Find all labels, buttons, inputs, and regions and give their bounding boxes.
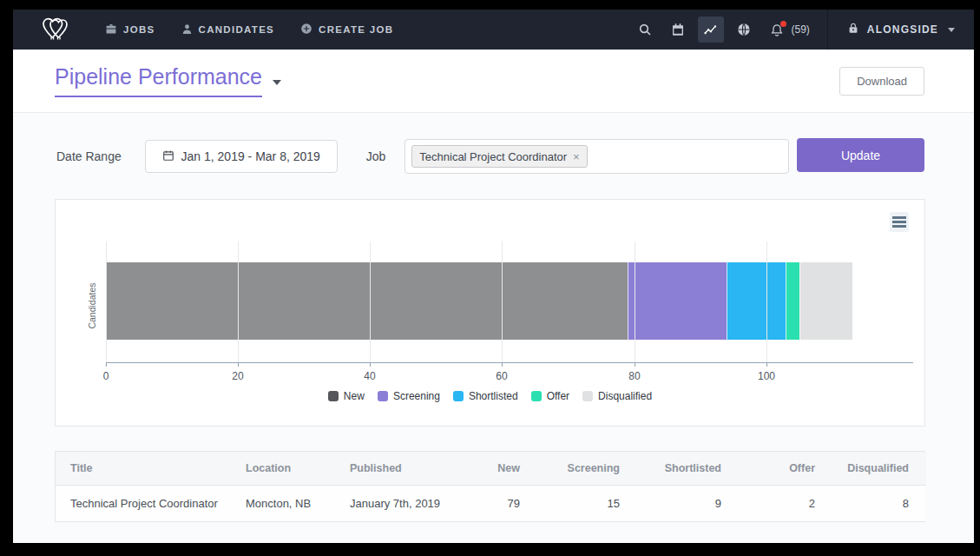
col-shortlisted: Shortlisted bbox=[637, 452, 739, 485]
axis-tick bbox=[766, 363, 767, 367]
download-button[interactable]: Download bbox=[839, 67, 924, 96]
gridline bbox=[370, 242, 371, 362]
plus-circle-icon bbox=[300, 23, 312, 36]
brand-logo[interactable] bbox=[39, 15, 72, 44]
notification-dot bbox=[780, 21, 786, 27]
axis-tick-label: 20 bbox=[232, 370, 243, 382]
account-label: ALONGSIDE bbox=[867, 23, 938, 36]
legend-label: Offer bbox=[547, 390, 569, 402]
col-title: Title bbox=[56, 452, 231, 485]
cell-screening: 15 bbox=[537, 485, 637, 521]
cell-published: January 7th, 2019 bbox=[335, 485, 474, 521]
col-offer: Offer bbox=[739, 452, 832, 485]
cell-disqualified: 8 bbox=[832, 485, 926, 521]
legend-swatch bbox=[582, 391, 593, 401]
report-title-dropdown[interactable]: Pipeline Performance bbox=[55, 64, 281, 97]
search-icon[interactable] bbox=[632, 17, 658, 43]
date-range-label: Date Range bbox=[56, 149, 122, 163]
bar-segment-new[interactable] bbox=[106, 262, 628, 340]
nav-jobs-label: JOBS bbox=[123, 24, 155, 35]
nav-create-job[interactable]: CREATE JOB bbox=[300, 23, 393, 36]
table-header-row: Title Location Published New Screening S… bbox=[56, 452, 926, 485]
axis-tick-label: 40 bbox=[364, 370, 375, 382]
chart-menu-icon[interactable] bbox=[890, 212, 909, 232]
table-row: Technical Project Coordinator Moncton, N… bbox=[56, 485, 926, 521]
navbar: JOBS CANDIDATES CREATE JOB bbox=[13, 10, 974, 50]
briefcase-icon bbox=[105, 23, 117, 36]
notification-count[interactable]: (59) bbox=[792, 23, 810, 36]
job-tag: Technical Project Coordinator × bbox=[411, 145, 587, 168]
nav-candidates[interactable]: CANDIDATES bbox=[181, 23, 275, 36]
cell-new: 79 bbox=[474, 485, 537, 521]
chart-legend: NewScreeningShortlistedOfferDisqualified bbox=[56, 390, 924, 402]
job-label: Job bbox=[366, 149, 386, 163]
axis-tick-label: 80 bbox=[628, 370, 640, 382]
axis-tick-label: 60 bbox=[496, 370, 507, 382]
hearts-logo-icon bbox=[39, 15, 72, 44]
legend-item-disqualified[interactable]: Disqualified bbox=[582, 390, 652, 402]
cell-title: Technical Project Coordinator bbox=[56, 485, 231, 521]
job-tag-label: Technical Project Coordinator bbox=[419, 150, 567, 163]
gridline bbox=[635, 242, 635, 362]
remove-tag-icon[interactable]: × bbox=[573, 151, 580, 162]
cell-shortlisted: 9 bbox=[637, 485, 739, 521]
legend-item-screening[interactable]: Screening bbox=[378, 390, 440, 402]
axis-tick-label: 100 bbox=[758, 370, 775, 382]
globe-icon[interactable] bbox=[731, 17, 757, 43]
legend-label: Screening bbox=[393, 390, 440, 402]
account-menu[interactable]: ALONGSIDE bbox=[847, 22, 955, 37]
col-published: Published bbox=[335, 452, 474, 485]
app-window: JOBS CANDIDATES CREATE JOB bbox=[13, 10, 974, 543]
date-range-input[interactable]: Jan 1, 2019 - Mar 8, 2019 bbox=[145, 140, 338, 173]
col-disqualified: Disqualified bbox=[832, 452, 926, 485]
stacked-bar bbox=[106, 262, 911, 340]
pipeline-table: Title Location Published New Screening S… bbox=[56, 452, 926, 521]
caret-down-icon bbox=[273, 80, 281, 85]
page-header: Pipeline Performance Download bbox=[13, 50, 974, 113]
chevron-down-icon bbox=[948, 28, 955, 32]
axis-tick bbox=[502, 363, 503, 367]
bar-segment-disqualified[interactable] bbox=[799, 262, 852, 340]
account-icon bbox=[847, 22, 859, 37]
analytics-icon[interactable] bbox=[698, 17, 724, 43]
results-table: Title Location Published New Screening S… bbox=[55, 451, 925, 522]
update-button[interactable]: Update bbox=[797, 138, 924, 172]
x-axis-line bbox=[106, 362, 913, 363]
col-new: New bbox=[474, 452, 537, 485]
gridline bbox=[106, 242, 107, 362]
col-screening: Screening bbox=[537, 452, 637, 485]
plot-area: 020406080100 bbox=[106, 242, 911, 381]
calendar-icon[interactable] bbox=[665, 17, 691, 43]
y-axis-label: Candidates bbox=[87, 280, 97, 332]
legend-label: Shortlisted bbox=[469, 390, 518, 402]
report-content: Date Range Jan 1, 2019 - Mar 8, 2019 Job… bbox=[13, 113, 974, 542]
bell-icon[interactable] bbox=[764, 17, 790, 43]
legend-swatch bbox=[531, 391, 542, 401]
cell-location: Moncton, NB bbox=[231, 485, 335, 521]
filters-row: Date Range Jan 1, 2019 - Mar 8, 2019 Job… bbox=[56, 139, 789, 174]
bar-segment-shortlisted[interactable] bbox=[727, 262, 786, 340]
legend-item-new[interactable]: New bbox=[328, 390, 365, 402]
nav-divider bbox=[827, 10, 828, 50]
date-range-value: Jan 1, 2019 - Mar 8, 2019 bbox=[181, 149, 320, 163]
legend-item-shortlisted[interactable]: Shortlisted bbox=[453, 390, 518, 402]
job-input[interactable]: Technical Project Coordinator × bbox=[404, 139, 789, 174]
legend-label: Disqualified bbox=[598, 390, 652, 402]
legend-swatch bbox=[453, 391, 464, 401]
gridline bbox=[238, 242, 239, 362]
nav-candidates-label: CANDIDATES bbox=[199, 24, 275, 35]
axis-tick bbox=[238, 363, 239, 367]
axis-tick bbox=[370, 363, 371, 367]
bar-segment-screening[interactable] bbox=[628, 262, 727, 340]
gridline bbox=[502, 242, 503, 362]
calendar-small-icon bbox=[162, 149, 174, 164]
cell-offer: 2 bbox=[739, 485, 832, 521]
legend-swatch bbox=[378, 391, 388, 401]
nav-create-job-label: CREATE JOB bbox=[319, 24, 393, 35]
legend-swatch bbox=[328, 391, 339, 401]
nav-jobs[interactable]: JOBS bbox=[105, 23, 155, 36]
navbar-left: JOBS CANDIDATES CREATE JOB bbox=[39, 15, 419, 44]
bar-segment-offer[interactable] bbox=[786, 262, 799, 340]
legend-item-offer[interactable]: Offer bbox=[531, 390, 569, 402]
page-title: Pipeline Performance bbox=[55, 64, 262, 97]
